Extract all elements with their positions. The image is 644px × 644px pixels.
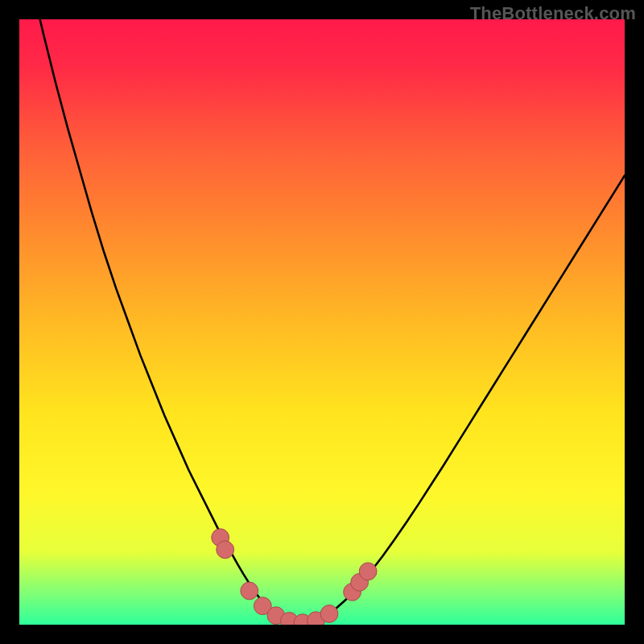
- chart-svg: [19, 19, 625, 625]
- data-marker: [217, 541, 234, 559]
- data-marker: [241, 582, 258, 600]
- data-marker: [320, 605, 338, 623]
- data-marker: [359, 563, 377, 580]
- watermark-text: TheBottleneck.com: [470, 3, 636, 24]
- plot-area: [19, 19, 625, 625]
- chart-frame: TheBottleneck.com: [0, 0, 644, 644]
